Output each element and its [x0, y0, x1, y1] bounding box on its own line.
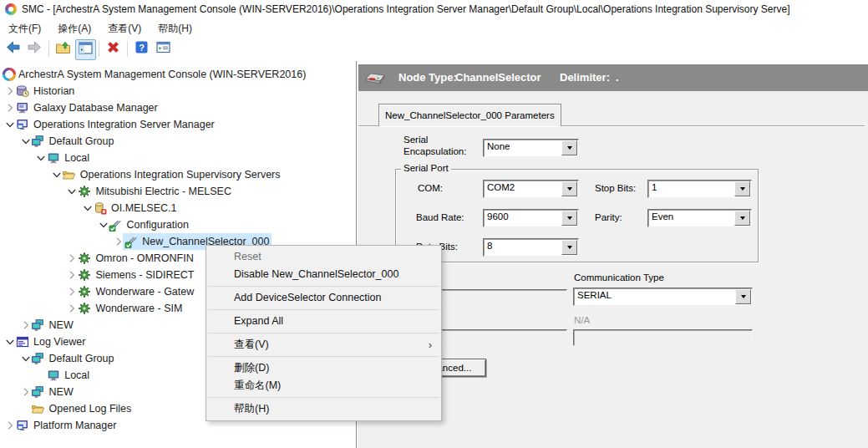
dropdown-arrow-icon [734, 181, 750, 196]
baud-rate-select[interactable]: 9600 [483, 209, 579, 227]
folder-open-icon [31, 402, 44, 415]
tree-item-label: Wonderware - Gatew [93, 283, 196, 300]
tree-item-label: Siemens - SIDIRECT [93, 267, 196, 283]
tree-item-label: Local [62, 367, 92, 384]
tree-item-oi-melsec-1[interactable]: OI.MELSEC.1 [0, 200, 356, 216]
tree-item-label: Historian [31, 83, 77, 99]
show-console-tree-button[interactable] [75, 39, 96, 60]
tree-item-label: Default Group [47, 350, 117, 367]
gear-icon [78, 268, 91, 282]
tree-item-label: Log Viewer [31, 333, 88, 350]
menu-action[interactable]: 操作(A) [49, 19, 99, 38]
tree-item-label: Platform Manager [31, 417, 119, 434]
menu-separator [208, 356, 439, 357]
help-button[interactable]: ? [132, 39, 151, 59]
computers-group-icon [31, 135, 44, 148]
gear-icon [78, 285, 91, 298]
context-menu-item-重命名-m[interactable]: 重命名(M) [206, 377, 441, 395]
tab-parameters[interactable]: New_ChannelSelector_000 Parameters [378, 104, 561, 126]
app-logo-icon [5, 3, 17, 15]
tree-item-archestra-system-management-console-win-server2016[interactable]: ArchestrA System Management Console (WIN… [0, 66, 356, 83]
data-bits-select[interactable]: 8 [483, 238, 579, 257]
tree-item-operations-integration-supervisory-servers[interactable]: Operations Integration Supervisory Serve… [0, 166, 356, 183]
context-menu-item-删除-d[interactable]: 删除(D) [206, 359, 441, 377]
tree-item-label: Opened Log Files [47, 400, 135, 417]
tree-item-label: Wonderware - SIM [93, 300, 185, 317]
menu-separator [208, 333, 439, 333]
menu-item-label: 查看(V) [234, 339, 269, 350]
menu-item-label: Reset [234, 251, 261, 262]
tree-item-label: Mitsubishi Electric - MELSEC [93, 183, 234, 200]
communication-type-select[interactable]: SERIAL [573, 288, 753, 306]
tree-item-label: Operations Integration Supervisory Serve… [78, 166, 283, 183]
menu-separator [208, 309, 439, 310]
context-menu-item-reset: Reset [206, 248, 441, 266]
gear-icon [78, 252, 91, 265]
serial-encapsulation-select[interactable]: None [483, 139, 579, 157]
node-type-value: ChannelSelector [455, 64, 541, 91]
tree-item-configuration[interactable]: Configuration [0, 216, 356, 233]
context-menu-item-disable-new-channelselector-000[interactable]: Disable New_ChannelSelector_000 [206, 266, 441, 283]
tree-item-label: Galaxy Database Manager [31, 99, 160, 116]
context-menu-item-add-deviceselector-connection[interactable]: Add DeviceSelector Connection [206, 289, 441, 307]
show-console-tree-icon [78, 40, 94, 59]
monitor-app-icon [16, 118, 29, 131]
export-list-button[interactable] [154, 39, 173, 59]
stop-bits-select[interactable]: 1 [647, 180, 752, 198]
up-one-level-icon [55, 39, 71, 59]
computers-group-icon [31, 385, 44, 399]
serial-encapsulation-label: Serial [404, 135, 428, 145]
context-menu-item-expand-all[interactable]: Expand All [206, 313, 441, 330]
database-error-icon [94, 201, 107, 215]
tree-item-historian[interactable]: Historian [0, 83, 356, 99]
tree-item-label: NEW [47, 384, 76, 400]
serial-port-group-label: Serial Port [401, 163, 451, 173]
monitor-app-icon [16, 419, 29, 432]
tree-item-local[interactable]: Local [0, 150, 356, 166]
node-type-header: Node Type: ChannelSelector Delimiter: . [358, 64, 868, 91]
dropdown-arrow-icon [734, 211, 750, 226]
smc-window: SMC - [ArchestrA System Management Conso… [0, 0, 868, 448]
up-one-level-button[interactable] [53, 39, 73, 59]
pencil-check-icon [124, 235, 138, 248]
gear-icon [78, 185, 91, 198]
menu-item-label: 重命名(M) [234, 379, 281, 391]
monitor-db-icon [16, 101, 29, 115]
tree-item-default-group[interactable]: Default Group [0, 133, 356, 150]
node-type-label: Node Type: [398, 64, 457, 91]
toolbar-separator [99, 41, 99, 57]
context-menu-item-查看-v[interactable]: 查看(V)› [206, 336, 441, 354]
parity-select[interactable]: Even [647, 209, 752, 227]
toolbar: ? [0, 37, 868, 62]
com-select[interactable]: COM2 [483, 180, 579, 198]
back-button[interactable] [3, 39, 23, 59]
com-label: COM: [418, 183, 443, 193]
tree-item-label: Configuration [124, 216, 191, 233]
delete-icon [105, 39, 121, 59]
menu-help[interactable]: 帮助(H) [150, 19, 201, 38]
menu-item-label: 删除(D) [234, 362, 269, 374]
menu-bar: 文件(F)操作(A)查看(V)帮助(H) [0, 19, 868, 37]
submenu-arrow-icon: › [429, 336, 432, 354]
tree-item-label: Local [62, 150, 92, 166]
tree-item-mitsubishi-electric-melsec[interactable]: Mitsubishi Electric - MELSEC [0, 183, 356, 200]
tree-item-label: Default Group [47, 133, 117, 150]
tree-item-label: Omron - OMRONFIN [93, 250, 195, 267]
svg-text:?: ? [139, 43, 145, 53]
menu-item-label: Expand All [234, 315, 283, 327]
tree-item-galaxy-database-manager[interactable]: Galaxy Database Manager [0, 99, 356, 116]
folder-open-icon [62, 168, 75, 181]
delete-button[interactable] [104, 39, 123, 59]
help-icon: ? [134, 39, 150, 59]
tree-item-operations-integration-server-manager[interactable]: Operations Integration Server Manager [0, 116, 356, 133]
forward-button[interactable] [25, 39, 44, 59]
communication-type-label: Communication Type [574, 272, 664, 283]
context-menu-item-帮助-h[interactable]: 帮助(H) [206, 400, 441, 418]
disabled-field-3 [573, 329, 753, 346]
menu-item-label: 帮助(H) [234, 403, 269, 415]
delimiter-label: Delimiter: [560, 64, 610, 91]
back-icon [5, 39, 21, 59]
title-bar: SMC - [ArchestrA System Management Conso… [0, 0, 868, 19]
menu-view[interactable]: 查看(V) [99, 19, 150, 38]
menu-file[interactable]: 文件(F) [0, 19, 49, 38]
